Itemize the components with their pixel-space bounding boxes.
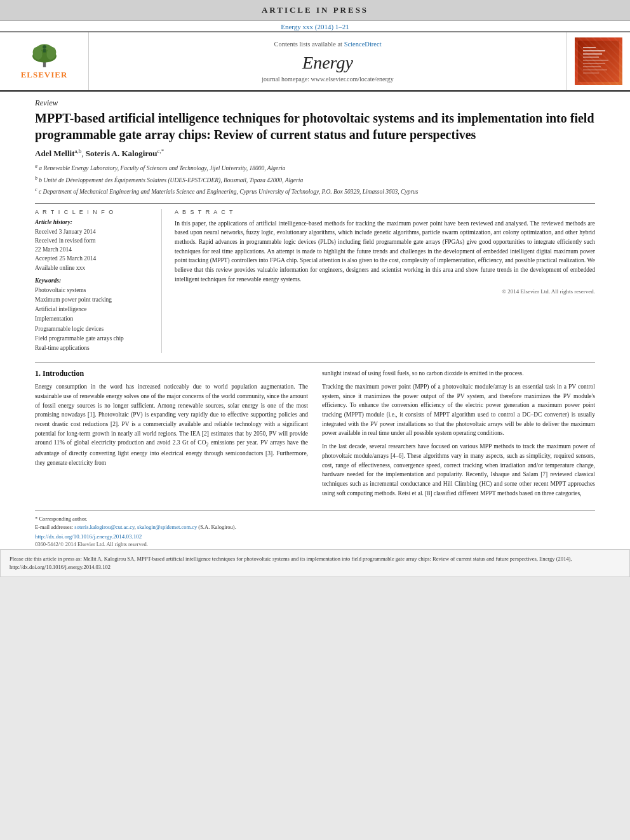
svg-rect-16 <box>583 69 607 70</box>
intro-para2-right: Tracking the maximum power point (MPP) o… <box>322 382 595 438</box>
intro-para1-right: sunlight instead of using fossil fuels, … <box>322 369 595 378</box>
elsevier-label: ELSEVIER <box>21 70 68 80</box>
article-info-title: A R T I C L E I N F O <box>35 209 152 215</box>
author1-sup: a,b <box>74 148 81 154</box>
abstract-column: A B S T R A C T In this paper, the appli… <box>175 209 595 354</box>
banner-text: ARTICLE IN PRESS <box>262 5 368 15</box>
footnotes-block: * Corresponding author. E-mail addresses… <box>35 510 595 549</box>
doi-line[interactable]: http://dx.doi.org/10.1016/j.energy.2014.… <box>35 533 595 540</box>
svg-rect-9 <box>583 47 596 48</box>
keyword-5: Programmable logic devices <box>35 324 152 334</box>
issn-text: 0360-5442/© 2014 Elsevier Ltd. All right… <box>35 541 148 547</box>
svg-point-5 <box>43 44 46 48</box>
svg-rect-10 <box>583 50 605 51</box>
section-label: Review <box>35 92 595 108</box>
svg-rect-7 <box>578 41 619 82</box>
journal-header-row: ELSEVIER Contents lists available at Sci… <box>0 31 630 91</box>
svg-rect-14 <box>583 63 605 64</box>
intro-para3-right: In the last decade, several researchers … <box>322 442 595 498</box>
intro-para1: Energy consumption in the word has incre… <box>35 382 308 467</box>
article-info-abstract-section: A R T I C L E I N F O Article history: R… <box>35 203 595 354</box>
corresponding-author-note: * Corresponding author. <box>35 515 595 523</box>
svg-rect-15 <box>583 66 601 67</box>
affiliation-b: b b Unité de Développement des Équipemen… <box>35 175 595 185</box>
citation-box: Please cite this article in press as: Me… <box>0 549 630 577</box>
issn-line: 0360-5442/© 2014 Elsevier Ltd. All right… <box>35 541 595 547</box>
email2-link[interactable]: skalogin@spidemet.com.cy <box>137 524 197 530</box>
corresponding-label: * Corresponding author. <box>35 516 87 522</box>
journal-homepage: journal homepage: www.elsevier.com/locat… <box>262 76 393 83</box>
svg-rect-12 <box>583 57 599 58</box>
email1-link[interactable]: soteris.kalogirou@cut.ac.cy <box>74 524 134 530</box>
keyword-7: Real-time applications <box>35 343 152 353</box>
citation-text: Please cite this article in press as: Me… <box>10 556 572 570</box>
keyword-6: Field programmable gate arrays chip <box>35 334 152 343</box>
email-note: E-mail addresses: soteris.kalogirou@cut.… <box>35 523 595 531</box>
copyright-line: © 2014 Elsevier Ltd. All rights reserved… <box>175 288 595 295</box>
contents-available-line: Contents lists available at ScienceDirec… <box>274 41 381 48</box>
contents-label: Contents lists available at <box>274 41 342 48</box>
svg-rect-8 <box>578 41 619 82</box>
page-wrapper: ARTICLE IN PRESS Energy xxx (2014) 1–21 … <box>0 0 630 577</box>
authors-line: Adel Mellita,b, Soteris A. Kalogirouc,* <box>35 148 595 159</box>
email-suffix: (S.A. Kalogirou). <box>198 524 236 530</box>
journal-cite-line: Energy xxx (2014) 1–21 <box>0 21 630 31</box>
affiliations-block: a a Renewable Energy Laboratory, Faculty… <box>35 163 595 196</box>
email-sep: , <box>135 524 136 530</box>
energy-logo-section <box>566 32 630 90</box>
energy-logo-box <box>575 37 622 85</box>
history-label: Article history: <box>35 219 152 225</box>
article-info-column: A R T I C L E I N F O Article history: R… <box>35 209 162 354</box>
affiliation-c: c c Department of Mechanical Engineering… <box>35 186 595 196</box>
keyword-1: Photovoltaic systems <box>35 286 152 295</box>
email-label: E-mail addresses: <box>35 524 73 530</box>
keyword-2: Maximum power point tracking <box>35 295 152 305</box>
keyword-4: Implementation <box>35 314 152 324</box>
main-content: Review MPPT-based artificial intelligenc… <box>0 91 630 549</box>
available-online: Available online xxx <box>35 263 152 272</box>
svg-rect-17 <box>583 72 599 74</box>
doi-text: http://dx.doi.org/10.1016/j.energy.2014.… <box>35 533 142 540</box>
sciencedirect-link[interactable]: ScienceDirect <box>344 41 382 48</box>
svg-rect-11 <box>583 53 602 55</box>
keywords-label: Keywords: <box>35 277 152 284</box>
revised-date: 22 March 2014 <box>35 245 152 254</box>
abstract-title: A B S T R A C T <box>175 209 595 215</box>
accepted-date: Accepted 25 March 2014 <box>35 254 152 263</box>
energy-journal-logo <box>578 41 619 82</box>
affiliation-a: a a Renewable Energy Laboratory, Faculty… <box>35 163 595 173</box>
author2-name: Soteris A. Kalogirou <box>86 149 158 158</box>
journal-center-section: Contents lists available at ScienceDirec… <box>89 32 566 90</box>
journal-cite-text: Energy xxx (2014) 1–21 <box>281 23 349 30</box>
received-revised-label: Received in revised form <box>35 236 152 245</box>
abstract-text: In this paper, the applications of artif… <box>175 219 595 284</box>
journal-name: Energy <box>302 53 353 73</box>
svg-rect-13 <box>583 60 608 61</box>
article-title: MPPT-based artificial intelligence techn… <box>35 110 595 143</box>
author1-name: Adel Mellit <box>35 149 74 158</box>
article-in-press-banner: ARTICLE IN PRESS <box>0 0 630 21</box>
intro-left-column: 1. Introduction Energy consumption in th… <box>35 369 308 502</box>
intro-right-column: sunlight instead of using fossil fuels, … <box>322 369 595 502</box>
elsevier-logo-section: ELSEVIER <box>0 32 89 90</box>
received-date: Received 3 January 2014 <box>35 227 152 236</box>
introduction-section: 1. Introduction Energy consumption in th… <box>35 369 595 502</box>
elsevier-tree-icon <box>25 43 64 69</box>
section-divider <box>35 362 595 363</box>
intro-heading: 1. Introduction <box>35 369 308 378</box>
svg-rect-6 <box>43 48 45 52</box>
author2-sup: c,* <box>158 148 164 154</box>
keyword-3: Artificial intelligence <box>35 305 152 314</box>
